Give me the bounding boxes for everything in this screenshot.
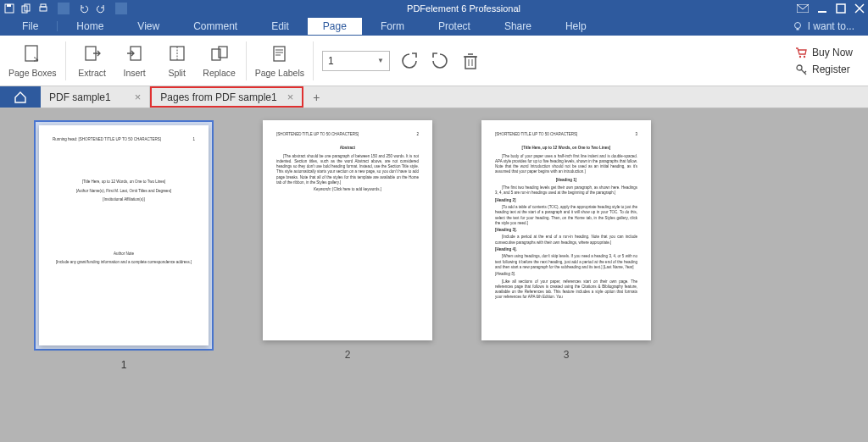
menu-view[interactable]: View bbox=[122, 18, 175, 35]
delete-button[interactable] bbox=[459, 50, 481, 72]
svg-point-31 bbox=[804, 55, 805, 57]
menu-file[interactable]: File bbox=[7, 18, 53, 35]
minimize-icon[interactable] bbox=[817, 3, 827, 14]
svg-line-34 bbox=[804, 71, 806, 73]
tab-close-icon[interactable]: × bbox=[135, 91, 142, 103]
tab-pdf-sample1[interactable]: PDF sample1 × bbox=[41, 86, 150, 108]
bulb-icon bbox=[793, 21, 803, 31]
workspace: Running head: [SHORTENED TITLE UP TO 50 … bbox=[0, 108, 868, 442]
chevron-down-icon: ▼ bbox=[377, 57, 384, 64]
extract-button[interactable]: Extract bbox=[75, 39, 110, 83]
page-boxes-icon bbox=[21, 43, 43, 65]
close-icon[interactable] bbox=[854, 3, 865, 14]
undo-icon[interactable] bbox=[78, 3, 90, 14]
svg-point-11 bbox=[794, 23, 800, 29]
svg-rect-4 bbox=[40, 7, 47, 11]
replace-button[interactable]: Replace bbox=[202, 39, 237, 83]
svg-point-14 bbox=[36, 59, 38, 61]
rotate-ccw-button[interactable] bbox=[398, 50, 420, 72]
key-icon bbox=[795, 64, 807, 75]
replace-icon bbox=[209, 43, 231, 65]
menu-home[interactable]: Home bbox=[61, 18, 119, 35]
svg-rect-1 bbox=[7, 4, 11, 7]
svg-rect-12 bbox=[796, 29, 798, 30]
rotate-cw-button[interactable] bbox=[429, 50, 451, 72]
page-thumbnail-3[interactable]: [SHORTENED TITLE UP TO 50 CHARACTERS]3 [… bbox=[481, 120, 651, 430]
page-labels-icon bbox=[269, 43, 291, 65]
home-tab[interactable] bbox=[0, 86, 41, 108]
cart-icon bbox=[795, 47, 807, 58]
tab-bar: PDF sample1 × Pages from PDF sample1 × + bbox=[0, 86, 868, 108]
svg-rect-13 bbox=[25, 46, 37, 61]
window-controls bbox=[797, 3, 865, 14]
page-labels-button[interactable]: Page Labels bbox=[255, 39, 304, 83]
mail-icon[interactable] bbox=[797, 4, 809, 13]
menu-bar: File Home View Comment Edit Page Form Pr… bbox=[0, 17, 868, 36]
page-thumbnail-2[interactable]: [SHORTENED TITLE UP TO 50 CHARACTERS]2 A… bbox=[263, 120, 432, 430]
insert-icon bbox=[124, 43, 146, 65]
menu-protect[interactable]: Protect bbox=[423, 18, 486, 35]
svg-rect-5 bbox=[41, 4, 46, 7]
buy-now-link[interactable]: Buy Now bbox=[795, 47, 853, 58]
page-number-input[interactable]: 1 ▼ bbox=[322, 51, 390, 71]
tab-close-icon[interactable]: × bbox=[287, 91, 294, 103]
print-icon[interactable] bbox=[37, 3, 49, 14]
page-boxes-button[interactable]: Page Boxes bbox=[8, 39, 57, 83]
menu-share[interactable]: Share bbox=[489, 18, 547, 35]
register-link[interactable]: Register bbox=[795, 64, 853, 75]
i-want-to[interactable]: I want to... bbox=[793, 20, 861, 32]
menu-help[interactable]: Help bbox=[550, 18, 602, 35]
maximize-icon[interactable] bbox=[836, 3, 846, 14]
svg-rect-8 bbox=[837, 4, 845, 13]
menu-form[interactable]: Form bbox=[365, 18, 420, 35]
title-bar: PDFelement 6 Professional bbox=[0, 0, 868, 17]
tab-pages-from-pdf-sample1[interactable]: Pages from PDF sample1 × bbox=[150, 86, 303, 108]
extract-icon bbox=[81, 43, 103, 65]
svg-point-30 bbox=[799, 55, 801, 57]
split-icon bbox=[166, 43, 188, 65]
home-icon bbox=[14, 91, 27, 103]
copy-icon[interactable] bbox=[20, 3, 32, 14]
add-tab-button[interactable]: + bbox=[303, 86, 329, 108]
split-button[interactable]: Split bbox=[159, 39, 195, 83]
menu-comment[interactable]: Comment bbox=[178, 18, 253, 35]
save-icon[interactable] bbox=[3, 3, 15, 14]
ribbon: Page Boxes Extract Insert Split Replace … bbox=[0, 36, 868, 86]
menu-page[interactable]: Page bbox=[308, 18, 362, 35]
svg-rect-21 bbox=[274, 47, 285, 61]
svg-rect-25 bbox=[465, 57, 476, 69]
redo-icon[interactable] bbox=[95, 3, 107, 14]
quick-access bbox=[3, 3, 131, 14]
page-thumbnail-1[interactable]: Running head: [SHORTENED TITLE UP TO 50 … bbox=[34, 120, 214, 430]
app-title: PDFelement 6 Professional bbox=[131, 3, 797, 14]
insert-button[interactable]: Insert bbox=[117, 39, 153, 83]
menu-edit[interactable]: Edit bbox=[256, 18, 304, 35]
